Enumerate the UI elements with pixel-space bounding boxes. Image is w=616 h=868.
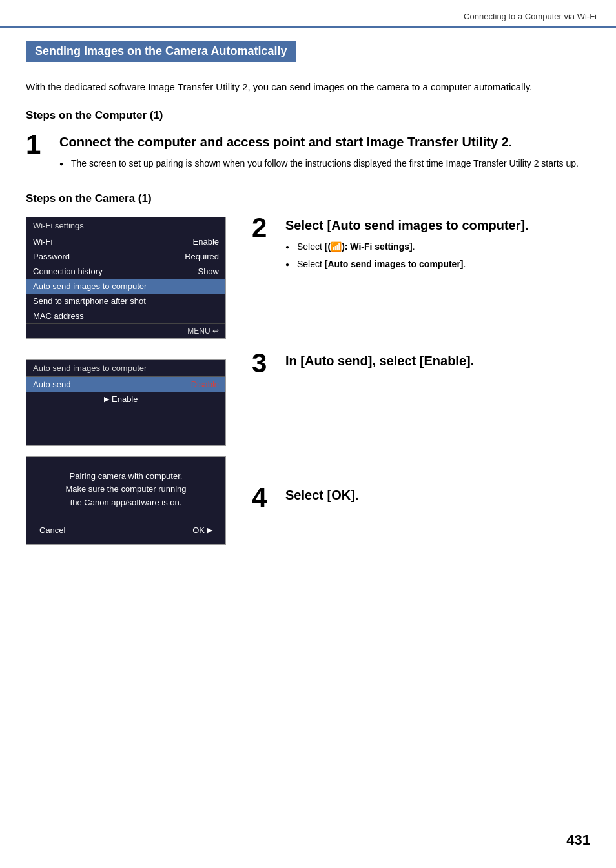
wifi-item-connection-history: Connection history Show <box>26 264 225 279</box>
wifi-item-mac: MAC address <box>26 308 225 323</box>
step-3-title: In [Auto send], select [Enable]. <box>285 352 590 369</box>
wifi-screen-footer: MENU ↩ <box>26 323 225 338</box>
ok-arrow-icon: ▶ <box>207 526 212 534</box>
pairing-ok-button[interactable]: OK ▶ <box>186 523 219 538</box>
pairing-screen: Pairing camera with computer. Make sure … <box>26 456 226 545</box>
pairing-cancel-button[interactable]: Cancel <box>33 523 72 538</box>
camera-screens: Wi-Fi settings Wi-Fi Enable Password Req… <box>26 217 232 545</box>
step-3-block: 3 In [Auto send], select [Enable]. <box>252 352 590 377</box>
step-1-bullets: The screen to set up pairing is shown wh… <box>59 157 590 170</box>
step-3-content: In [Auto send], select [Enable]. <box>285 352 590 376</box>
steps-right-col: 2 Select [Auto send images to computer].… <box>252 217 590 545</box>
wifi-screen-title: Wi-Fi settings <box>26 217 225 234</box>
steps-camera-heading: Steps on the Camera (1) <box>26 192 590 205</box>
steps-computer-heading: Steps on the Computer (1) <box>26 109 590 122</box>
step-4-content: Select [OK]. <box>285 487 590 510</box>
auto-send-screen: Auto send images to computer Auto send D… <box>26 359 226 446</box>
step-2-block: 2 Select [Auto send images to computer].… <box>252 217 590 275</box>
step-1-bullet-1: The screen to set up pairing is shown wh… <box>59 157 590 170</box>
auto-send-label: Auto send <box>33 379 71 389</box>
page-content: Sending Images on the Camera Automatical… <box>0 28 616 586</box>
step-4-number: 4 <box>252 484 285 511</box>
step-2-bullet-1: Select [(📶): Wi-Fi settings]. <box>285 240 590 254</box>
pairing-text: Pairing camera with computer. Make sure … <box>33 470 219 510</box>
step-1-title: Connect the computer and access point an… <box>59 134 590 150</box>
step-1-number: 1 <box>26 131 59 158</box>
auto-send-disable: Disable <box>191 379 219 389</box>
step-2-content: Select [Auto send images to computer]. S… <box>285 217 590 275</box>
step-1-block: 1 Connect the computer and access point … <box>26 134 590 174</box>
auto-send-title: Auto send images to computer <box>26 360 225 377</box>
step-2-bullet-2: Select [Auto send images to computer]. <box>285 257 590 271</box>
step-2-bullets: Select [(📶): Wi-Fi settings]. Select [Au… <box>285 240 590 271</box>
enable-arrow: ▶ <box>104 395 109 403</box>
wifi-item-auto-send: Auto send images to computer <box>26 279 225 294</box>
step-3-number: 3 <box>252 350 285 377</box>
wifi-settings-screen: Wi-Fi settings Wi-Fi Enable Password Req… <box>26 217 226 339</box>
auto-send-enable: ▶ Enable <box>104 394 138 404</box>
wifi-item-send-smartphone: Send to smartphone after shot <box>26 294 225 308</box>
header-title: Connecting to a Computer via Wi-Fi <box>464 12 597 21</box>
step-2-number: 2 <box>252 214 285 241</box>
step-4-title: Select [OK]. <box>285 487 590 503</box>
camera-section: Wi-Fi settings Wi-Fi Enable Password Req… <box>26 217 590 545</box>
page-header: Connecting to a Computer via Wi-Fi <box>0 0 616 28</box>
intro-text: With the dedicated software Image Transf… <box>26 80 590 95</box>
wifi-item-password: Password Required <box>26 249 225 264</box>
step-4-block: 4 Select [OK]. <box>252 487 590 511</box>
auto-send-enable-row: ▶ Enable <box>26 392 225 407</box>
page-number: 431 <box>566 832 590 849</box>
wifi-item-wifi: Wi-Fi Enable <box>26 234 225 249</box>
section-title: Sending Images on the Camera Automatical… <box>26 41 296 62</box>
auto-send-row: Auto send Disable <box>26 377 225 392</box>
step-2-title: Select [Auto send images to computer]. <box>285 217 590 234</box>
pairing-buttons: Cancel OK ▶ <box>33 523 219 538</box>
step-1-content: Connect the computer and access point an… <box>59 134 590 174</box>
